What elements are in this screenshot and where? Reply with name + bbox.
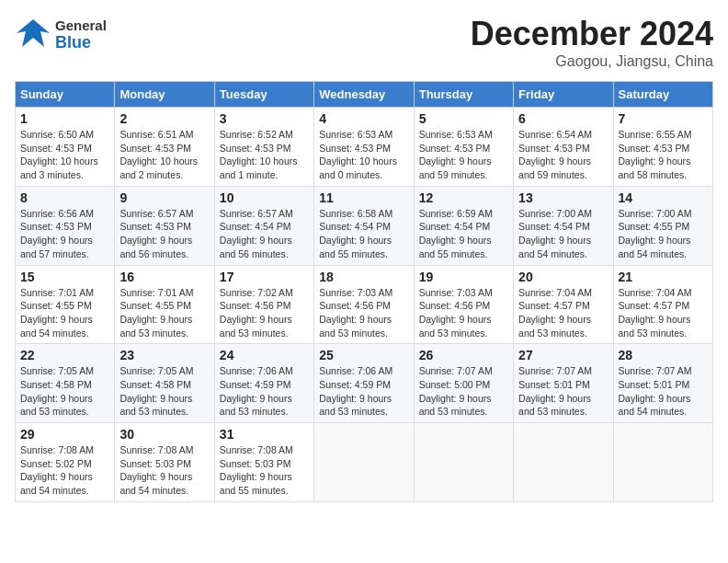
empty-day-cell [414,423,513,502]
day-of-week-header: Sunday [16,82,115,108]
day-of-week-header: Tuesday [214,82,313,108]
day-info: Sunrise: 7:08 AMSunset: 5:02 PMDaylight:… [20,443,109,498]
calendar-body: 1Sunrise: 6:50 AMSunset: 4:53 PMDaylight… [16,108,713,502]
day-cell: 25Sunrise: 7:06 AMSunset: 4:59 PMDayligh… [314,344,414,423]
day-cell: 13Sunrise: 7:00 AMSunset: 4:54 PMDayligh… [514,186,613,265]
day-cell: 12Sunrise: 6:59 AMSunset: 4:54 PMDayligh… [414,186,513,265]
calendar-week-row: 8Sunrise: 6:56 AMSunset: 4:53 PMDaylight… [16,186,713,265]
day-number: 23 [119,348,209,362]
day-number: 7 [619,111,708,126]
day-cell: 27Sunrise: 7:07 AMSunset: 5:01 PMDayligh… [514,344,613,423]
calendar-header: SundayMondayTuesdayWednesdayThursdayFrid… [16,82,713,108]
day-info: Sunrise: 7:05 AMSunset: 4:58 PMDaylight:… [119,364,209,419]
day-of-week-header: Saturday [613,82,712,108]
day-info: Sunrise: 7:06 AMSunset: 4:59 PMDaylight:… [220,364,309,419]
day-cell: 20Sunrise: 7:04 AMSunset: 4:57 PMDayligh… [514,265,613,344]
day-of-week-header: Wednesday [314,82,414,108]
day-of-week-header: Thursday [414,82,513,108]
day-cell: 19Sunrise: 7:03 AMSunset: 4:56 PMDayligh… [414,265,513,344]
day-cell: 5Sunrise: 6:53 AMSunset: 4:53 PMDaylight… [414,108,513,187]
day-cell: 26Sunrise: 7:07 AMSunset: 5:00 PMDayligh… [414,344,513,423]
day-info: Sunrise: 6:55 AMSunset: 4:53 PMDaylight:… [619,128,708,182]
day-info: Sunrise: 6:51 AMSunset: 4:53 PMDaylight:… [119,128,209,182]
day-number: 9 [119,190,209,205]
day-cell: 29Sunrise: 7:08 AMSunset: 5:02 PMDayligh… [16,423,115,502]
day-info: Sunrise: 6:57 AMSunset: 4:53 PMDaylight:… [119,207,209,261]
day-info: Sunrise: 7:01 AMSunset: 4:55 PMDaylight:… [119,286,209,340]
calendar-table: SundayMondayTuesdayWednesdayThursdayFrid… [15,81,713,502]
day-info: Sunrise: 7:08 AMSunset: 5:03 PMDaylight:… [220,443,309,498]
day-cell: 14Sunrise: 7:00 AMSunset: 4:55 PMDayligh… [613,186,712,265]
day-number: 16 [119,270,209,284]
day-cell: 24Sunrise: 7:06 AMSunset: 4:59 PMDayligh… [214,344,313,423]
logo-blue-text: Blue [55,34,107,52]
day-number: 10 [220,190,309,205]
day-cell: 9Sunrise: 6:57 AMSunset: 4:53 PMDaylight… [115,186,214,265]
day-cell: 30Sunrise: 7:08 AMSunset: 5:03 PMDayligh… [115,423,214,502]
day-number: 31 [220,427,309,442]
day-info: Sunrise: 7:07 AMSunset: 5:01 PMDaylight:… [518,364,608,419]
day-info: Sunrise: 7:07 AMSunset: 5:01 PMDaylight:… [619,364,708,419]
day-of-week-header: Friday [514,82,613,108]
logo-text: General Blue [55,18,107,52]
day-cell: 21Sunrise: 7:04 AMSunset: 4:57 PMDayligh… [613,265,712,344]
day-number: 18 [319,270,408,284]
logo-general-text: General [55,18,107,34]
empty-day-cell [514,423,613,502]
calendar-week-row: 1Sunrise: 6:50 AMSunset: 4:53 PMDaylight… [16,108,713,187]
day-number: 25 [319,348,408,362]
day-cell: 11Sunrise: 6:58 AMSunset: 4:54 PMDayligh… [314,186,414,265]
day-cell: 7Sunrise: 6:55 AMSunset: 4:53 PMDaylight… [613,108,712,187]
day-cell: 31Sunrise: 7:08 AMSunset: 5:03 PMDayligh… [214,423,313,502]
day-number: 12 [419,190,508,205]
day-cell: 4Sunrise: 6:53 AMSunset: 4:53 PMDaylight… [314,108,414,187]
day-number: 2 [119,111,209,126]
day-info: Sunrise: 7:04 AMSunset: 4:57 PMDaylight:… [619,286,708,340]
day-number: 28 [619,348,708,362]
day-info: Sunrise: 7:05 AMSunset: 4:58 PMDaylight:… [20,364,109,419]
day-number: 17 [220,270,309,284]
day-info: Sunrise: 7:06 AMSunset: 4:59 PMDaylight:… [319,364,408,419]
day-number: 24 [220,348,309,362]
day-info: Sunrise: 7:02 AMSunset: 4:56 PMDaylight:… [220,286,309,340]
day-of-week-header: Monday [115,82,214,108]
day-cell: 8Sunrise: 6:56 AMSunset: 4:53 PMDaylight… [16,186,115,265]
empty-day-cell [314,423,414,502]
logo-bird-icon [15,15,51,56]
day-info: Sunrise: 6:53 AMSunset: 4:53 PMDaylight:… [319,128,408,182]
day-info: Sunrise: 6:50 AMSunset: 4:53 PMDaylight:… [20,128,109,182]
day-cell: 18Sunrise: 7:03 AMSunset: 4:56 PMDayligh… [314,265,414,344]
calendar-week-row: 22Sunrise: 7:05 AMSunset: 4:58 PMDayligh… [16,344,713,423]
day-info: Sunrise: 7:00 AMSunset: 4:54 PMDaylight:… [518,207,608,261]
day-number: 20 [518,270,608,284]
day-cell: 2Sunrise: 6:51 AMSunset: 4:53 PMDaylight… [115,108,214,187]
day-cell: 10Sunrise: 6:57 AMSunset: 4:54 PMDayligh… [214,186,313,265]
calendar-week-row: 29Sunrise: 7:08 AMSunset: 5:02 PMDayligh… [16,423,713,502]
empty-day-cell [613,423,712,502]
day-cell: 15Sunrise: 7:01 AMSunset: 4:55 PMDayligh… [16,265,115,344]
day-cell: 3Sunrise: 6:52 AMSunset: 4:53 PMDaylight… [214,108,313,187]
day-info: Sunrise: 6:58 AMSunset: 4:54 PMDaylight:… [319,207,408,261]
title-block: December 2024 Gaogou, Jiangsu, China [471,15,713,70]
day-number: 11 [319,190,408,205]
logo: General Blue [15,15,107,56]
day-info: Sunrise: 7:00 AMSunset: 4:55 PMDaylight:… [619,207,708,261]
month-title: December 2024 [471,15,713,53]
day-number: 1 [20,111,109,126]
day-info: Sunrise: 6:59 AMSunset: 4:54 PMDaylight:… [419,207,508,261]
day-info: Sunrise: 7:03 AMSunset: 4:56 PMDaylight:… [319,286,408,340]
day-number: 22 [20,348,109,362]
day-number: 5 [419,111,508,126]
day-info: Sunrise: 7:03 AMSunset: 4:56 PMDaylight:… [419,286,508,340]
day-info: Sunrise: 7:01 AMSunset: 4:55 PMDaylight:… [20,286,109,340]
day-info: Sunrise: 6:57 AMSunset: 4:54 PMDaylight:… [220,207,309,261]
day-info: Sunrise: 6:53 AMSunset: 4:53 PMDaylight:… [419,128,508,182]
day-number: 6 [518,111,608,126]
day-number: 3 [220,111,309,126]
day-info: Sunrise: 6:54 AMSunset: 4:53 PMDaylight:… [518,128,608,182]
day-number: 14 [619,190,708,205]
day-cell: 28Sunrise: 7:07 AMSunset: 5:01 PMDayligh… [613,344,712,423]
day-cell: 6Sunrise: 6:54 AMSunset: 4:53 PMDaylight… [514,108,613,187]
day-cell: 16Sunrise: 7:01 AMSunset: 4:55 PMDayligh… [115,265,214,344]
day-info: Sunrise: 7:04 AMSunset: 4:57 PMDaylight:… [518,286,608,340]
